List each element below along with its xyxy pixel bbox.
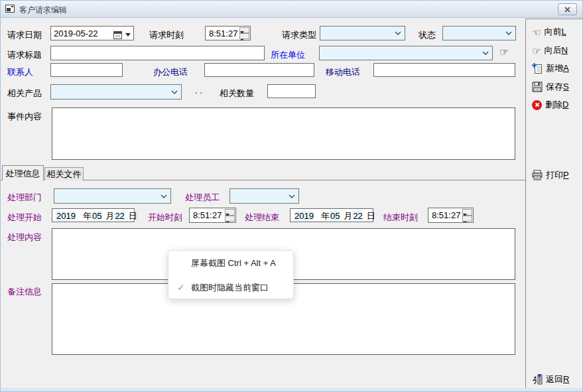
start-time-spinner[interactable]: 8:51:27 (189, 208, 236, 223)
dept-label: 处理部门 (7, 192, 42, 204)
hand-right-icon: ☞ (532, 46, 541, 56)
mobile-phone-label: 移动电话 (326, 66, 360, 78)
end-time-label: 结束时刻 (383, 212, 418, 224)
day-unit: 日 (129, 211, 137, 221)
window-title: 客户请求编辑 (19, 5, 67, 16)
window-icon (5, 5, 15, 13)
status-label: 状态 (419, 29, 436, 41)
product-dots: . . (195, 86, 202, 96)
request-title-input[interactable] (50, 46, 265, 60)
add-button[interactable]: 新增A (532, 61, 581, 76)
request-date-label: 请求日期 (7, 29, 42, 41)
delete-x-icon (532, 100, 542, 110)
request-time-value: 8:51:27 (209, 29, 237, 38)
menu-item-label: 截图时隐藏当前窗口 (191, 275, 269, 300)
exit-door-icon (532, 374, 543, 385)
chevron-down-icon (171, 90, 178, 94)
delete-button[interactable]: 删除D (532, 98, 581, 112)
backward-button[interactable]: ☞ 向后N (532, 43, 581, 58)
year-unit: 年 (83, 211, 92, 221)
event-content-label: 事件内容 (7, 111, 42, 123)
back-button[interactable]: 返回R (532, 372, 581, 387)
month-unit: 月 (105, 211, 114, 221)
add-document-icon (532, 63, 543, 74)
quantity-input[interactable] (267, 84, 316, 98)
end-month[interactable]: 05 (330, 211, 340, 221)
end-date-label: 处理结束 (245, 212, 279, 224)
check-icon: ✓ (177, 275, 185, 300)
start-month[interactable]: 05 (92, 211, 102, 221)
spin-down-button[interactable] (462, 216, 472, 222)
chevron-down-icon (161, 194, 167, 198)
printer-icon (532, 170, 543, 180)
quantity-label: 相关数量 (220, 88, 254, 99)
close-button[interactable] (558, 3, 577, 15)
screenshot-context-menu: 屏幕截图 Ctrl + Alt + A ✓ 截图时隐藏当前窗口 (168, 250, 294, 299)
mobile-phone-input[interactable] (373, 63, 515, 77)
start-year[interactable]: 2019 (56, 211, 76, 221)
tab-processing-info[interactable]: 处理信息 (2, 165, 44, 180)
save-button[interactable]: 保存S (532, 80, 581, 94)
year-unit: 年 (321, 211, 330, 221)
end-day[interactable]: 22 (352, 211, 363, 221)
tab-related-files[interactable]: 相关文件 (44, 167, 84, 180)
event-content-textarea[interactable] (52, 107, 515, 160)
window-bottom-border (1, 388, 582, 391)
request-time-spinner[interactable]: 8:51:27 (205, 26, 251, 40)
end-date-field[interactable]: 2019年05月22日 (290, 208, 373, 222)
spin-down-button[interactable] (239, 33, 249, 39)
company-lookup-hand-icon[interactable]: ☞ (499, 46, 509, 58)
office-phone-input[interactable] (204, 63, 314, 77)
spin-down-button[interactable] (225, 216, 235, 222)
chevron-down-icon (482, 51, 489, 55)
menu-item-label: 屏幕截图 Ctrl + Alt + A (191, 251, 276, 275)
dept-select[interactable] (54, 188, 171, 204)
employee-label: 处理员工 (185, 192, 220, 204)
remark-label: 备注信息 (7, 286, 42, 298)
contact-input[interactable] (50, 63, 123, 77)
end-time-spinner[interactable]: 8:51:27 (428, 208, 474, 223)
start-date-label: 处理开始 (7, 212, 42, 224)
content-label: 处理内容 (7, 231, 42, 243)
hand-left-icon: ☜ (532, 27, 541, 37)
contact-label: 联系人 (7, 66, 33, 78)
start-time-value: 8:51:27 (193, 210, 222, 220)
chevron-down-icon (395, 31, 401, 35)
start-date-field[interactable]: 2019年05月22日 (52, 208, 135, 222)
chevron-down-icon (505, 31, 512, 35)
status-select[interactable] (442, 26, 516, 40)
start-day[interactable]: 22 (114, 211, 125, 221)
company-label: 所在单位 (271, 49, 305, 61)
request-date-value: 2019-05-22 (54, 29, 98, 38)
request-type-label: 请求类型 (282, 29, 316, 41)
end-year[interactable]: 2019 (294, 211, 314, 221)
end-time-value: 8:51:27 (432, 210, 460, 220)
dropdown-arrow-icon[interactable] (125, 33, 131, 36)
start-time-label: 开始时刻 (148, 212, 182, 224)
close-icon (564, 7, 570, 13)
office-phone-label: 办公电话 (153, 66, 188, 78)
day-unit: 日 (367, 211, 375, 221)
product-select[interactable] (50, 84, 182, 99)
customer-request-edit-window: 客户请求编辑 请求日期 2019-05-22 请求时刻 8:51:27 请求类型… (0, 0, 583, 392)
company-select[interactable] (319, 46, 493, 60)
request-date-picker[interactable]: 2019-05-22 (50, 26, 134, 40)
request-type-select[interactable] (320, 26, 405, 40)
toolbar-panel: ☜ 向前L ☞ 向后N 新增A 保存S 删除D 打印P 返回R (525, 19, 582, 388)
floppy-disk-icon (532, 82, 543, 92)
titlebar: 客户请求编辑 (1, 1, 582, 18)
menu-item-hide-window[interactable]: ✓ 截图时隐藏当前窗口 (168, 275, 293, 300)
request-title-label: 请求标题 (7, 49, 42, 61)
request-time-label: 请求时刻 (149, 29, 184, 41)
employee-select[interactable] (229, 188, 299, 204)
calendar-icon (113, 31, 122, 39)
chevron-down-icon (289, 194, 295, 198)
forward-button[interactable]: ☜ 向前L (532, 25, 581, 39)
menu-item-screenshot[interactable]: 屏幕截图 Ctrl + Alt + A (168, 251, 293, 275)
month-unit: 月 (344, 211, 352, 221)
product-label: 相关产品 (7, 88, 42, 99)
print-button[interactable]: 打印P (532, 168, 581, 182)
